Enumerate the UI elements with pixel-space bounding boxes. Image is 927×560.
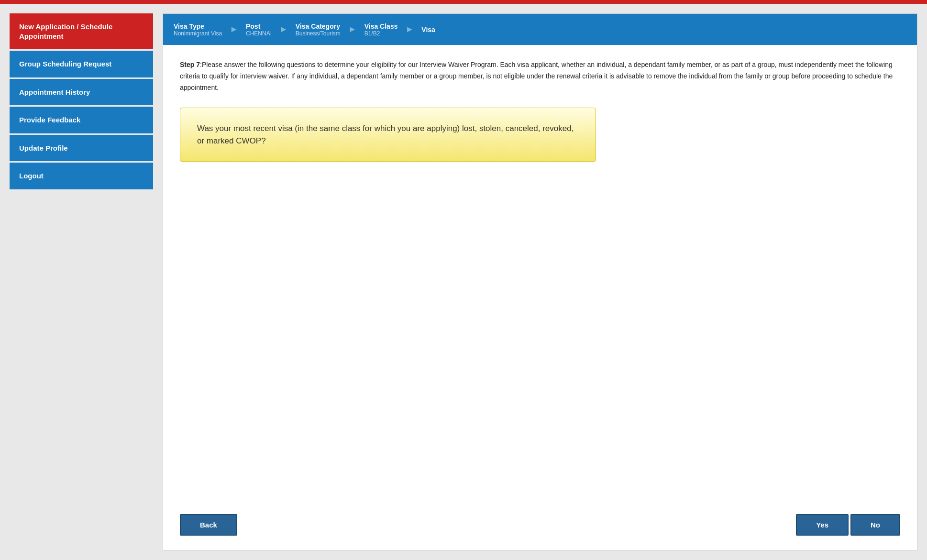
arrow-2: ►: [277, 14, 290, 45]
content-area: Step 7:Please answer the following quest…: [163, 45, 917, 505]
sidebar-item-new-application[interactable]: New Application / Schedule Appointment: [10, 13, 153, 49]
sidebar-item-update-profile[interactable]: Update Profile: [10, 135, 153, 162]
step-label: Step 7: [180, 61, 200, 68]
progress-step-post: Post CHENNAI: [240, 14, 277, 45]
main-content: Visa Type Nonimmigrant Visa ► Post CHENN…: [163, 13, 917, 550]
visa-type-value: Nonimmigrant Visa: [174, 30, 222, 37]
question-box: Was your most recent visa (in the same c…: [180, 108, 596, 162]
sidebar-item-appointment-history[interactable]: Appointment History: [10, 79, 153, 106]
arrow-4: ►: [403, 14, 416, 45]
progress-step-visa-category: Visa Category Business/Tourism: [290, 14, 346, 45]
sidebar-item-provide-feedback[interactable]: Provide Feedback: [10, 107, 153, 133]
step-description: Step 7:Please answer the following quest…: [180, 59, 900, 93]
top-bar: [0, 0, 927, 4]
visa-class-title: Visa Class: [364, 22, 398, 30]
progress-bar: Visa Type Nonimmigrant Visa ► Post CHENN…: [163, 14, 917, 45]
progress-step-visa-class: Visa Class B1/B2: [359, 14, 404, 45]
visa-category-title: Visa Category: [296, 22, 341, 30]
post-value: CHENNAI: [246, 30, 272, 37]
back-button[interactable]: Back: [180, 514, 237, 536]
arrow-1: ►: [228, 14, 240, 45]
yes-no-group: Yes No: [796, 514, 900, 536]
visa-type-title: Visa Type: [174, 22, 222, 30]
progress-step-visa: Visa: [416, 14, 441, 45]
sidebar: New Application / Schedule Appointment G…: [10, 13, 153, 550]
post-title: Post: [246, 22, 272, 30]
yes-button[interactable]: Yes: [796, 514, 849, 536]
arrow-3: ►: [346, 14, 359, 45]
button-row: Back Yes No: [163, 505, 917, 550]
step-description-text: :Please answer the following questions t…: [180, 61, 893, 91]
sidebar-item-logout[interactable]: Logout: [10, 163, 153, 189]
question-text: Was your most recent visa (in the same c…: [197, 124, 574, 145]
visa-category-value: Business/Tourism: [296, 30, 341, 37]
sidebar-item-group-scheduling[interactable]: Group Scheduling Request: [10, 51, 153, 77]
no-button[interactable]: No: [850, 514, 900, 536]
visa-class-value: B1/B2: [364, 30, 398, 37]
progress-step-visa-type: Visa Type Nonimmigrant Visa: [168, 14, 228, 45]
